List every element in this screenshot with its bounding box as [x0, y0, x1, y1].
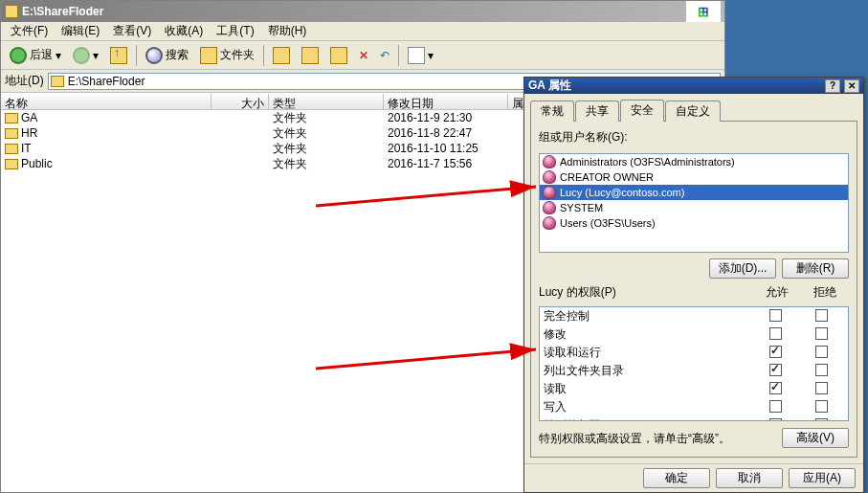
up-icon	[110, 47, 127, 64]
generic-icon	[273, 47, 290, 64]
file-date: 2016-11-8 22:47	[384, 126, 508, 140]
windows-flag-icon: ⊞	[686, 1, 721, 22]
folder-icon	[5, 128, 18, 139]
dropdown-icon: ▾	[93, 49, 99, 62]
folders-button[interactable]: 文件夹	[195, 44, 259, 67]
col-type[interactable]: 类型	[269, 94, 384, 109]
up-button[interactable]	[105, 44, 132, 67]
tab-共享[interactable]: 共享	[575, 101, 619, 122]
forward-button[interactable]: ▾	[68, 44, 103, 67]
perm-name: 修改	[544, 326, 752, 343]
file-type: 文件夹	[269, 125, 384, 142]
toolbar-sep	[136, 45, 137, 66]
menu-fav[interactable]: 收藏(A)	[159, 21, 209, 41]
user-row[interactable]: SYSTEM	[540, 200, 848, 215]
file-date: 2016-11-7 15:56	[384, 157, 508, 170]
file-date: 2016-11-9 21:30	[384, 111, 508, 124]
allow-checkbox[interactable]	[769, 400, 782, 413]
close-button[interactable]: ✕	[844, 79, 859, 93]
file-date: 2016-11-10 11:25	[384, 142, 508, 155]
dialog-title: GA 属性	[528, 78, 571, 94]
folders-label: 文件夹	[220, 47, 255, 63]
perm-row: 修改	[540, 325, 848, 344]
file-name: Public	[21, 157, 53, 170]
tb-undo[interactable]: ↶	[375, 46, 394, 65]
dialog-buttons: 确定 取消 应用(A)	[524, 463, 863, 492]
add-button[interactable]: 添加(D)...	[709, 258, 776, 279]
deny-checkbox[interactable]	[815, 346, 828, 358]
forward-icon	[73, 47, 90, 64]
perm-row: 读取和运行	[540, 344, 848, 362]
tb-icon-2[interactable]	[297, 44, 323, 67]
search-icon	[145, 47, 163, 64]
toolbar-sep	[398, 45, 399, 66]
perm-name: 读取和运行	[544, 345, 752, 361]
menu-tools[interactable]: 工具(T)	[211, 21, 259, 41]
tab-strip: 常规共享安全自定义	[530, 101, 857, 122]
allow-checkbox[interactable]	[769, 327, 782, 340]
ok-button[interactable]: 确定	[643, 468, 710, 488]
explorer-titlebar: E:\ShareFloder ⊞	[1, 1, 724, 22]
tb-icon-3[interactable]	[325, 44, 352, 67]
dropdown-icon: ▾	[56, 49, 61, 62]
folder-icon	[5, 113, 18, 123]
remove-button[interactable]: 删除(R)	[782, 258, 849, 279]
deny-checkbox[interactable]	[815, 327, 828, 340]
user-name: Lucy (Lucy@contoso.com)	[560, 187, 684, 198]
menu-help[interactable]: 帮助(H)	[262, 21, 313, 41]
allow-checkbox[interactable]	[769, 346, 782, 358]
file-type: 文件夹	[269, 110, 384, 126]
menu-file[interactable]: 文件(F)	[5, 21, 54, 41]
user-row[interactable]: CREATOR OWNER	[540, 169, 848, 185]
menu-view[interactable]: 查看(V)	[107, 21, 157, 41]
deny-checkbox[interactable]	[815, 364, 828, 376]
help-button[interactable]: ?	[825, 79, 840, 93]
menu-bar: 文件(F) 编辑(E) 查看(V) 收藏(A) 工具(T) 帮助(H)	[1, 22, 724, 41]
user-name: SYSTEM	[560, 202, 603, 213]
apply-button[interactable]: 应用(A)	[789, 468, 856, 488]
cancel-button[interactable]: 取消	[716, 468, 783, 488]
user-icon	[543, 186, 556, 199]
col-name[interactable]: 名称	[1, 94, 211, 109]
folders-icon	[200, 47, 217, 64]
window-title: E:\ShareFloder	[22, 5, 103, 18]
user-row[interactable]: Lucy (Lucy@contoso.com)	[540, 185, 848, 200]
tab-安全[interactable]: 安全	[620, 100, 664, 122]
dropdown-icon: ▾	[428, 49, 434, 62]
deny-checkbox[interactable]	[815, 400, 828, 413]
search-label: 搜索	[166, 47, 189, 63]
views-button[interactable]: ▾	[403, 44, 438, 67]
search-button[interactable]: 搜索	[141, 44, 193, 67]
user-list[interactable]: Administrators (O3FS\Administrators)CREA…	[539, 153, 849, 253]
tab-常规[interactable]: 常规	[530, 101, 574, 122]
file-name: GA	[21, 111, 37, 124]
perm-row: 读取	[540, 380, 848, 398]
folder-icon	[5, 5, 18, 18]
advanced-button[interactable]: 高级(V)	[782, 428, 849, 448]
col-size[interactable]: 大小	[211, 94, 269, 109]
col-deny: 拒绝	[801, 284, 849, 301]
address-label: 地址(D)	[5, 73, 44, 89]
allow-checkbox[interactable]	[769, 418, 782, 422]
tb-delete[interactable]: ✕	[354, 46, 373, 65]
tab-自定义[interactable]: 自定义	[665, 101, 721, 122]
menu-edit[interactable]: 编辑(E)	[56, 21, 105, 41]
allow-checkbox[interactable]	[769, 309, 782, 322]
permission-list[interactable]: 完全控制修改读取和运行列出文件夹目录读取写入特别的权限	[539, 306, 849, 421]
deny-checkbox[interactable]	[815, 309, 828, 322]
tb-icon-1[interactable]	[268, 44, 295, 67]
dialog-body: 常规共享安全自定义 组或用户名称(G): Administrators (O3F…	[524, 94, 863, 463]
back-button[interactable]: 后退 ▾	[5, 44, 66, 67]
user-row[interactable]: Administrators (O3FS\Administrators)	[540, 154, 848, 169]
deny-checkbox[interactable]	[815, 382, 828, 394]
allow-checkbox[interactable]	[769, 382, 782, 394]
col-date[interactable]: 修改日期	[384, 94, 508, 109]
user-name: CREATOR OWNER	[560, 171, 654, 183]
allow-checkbox[interactable]	[769, 364, 782, 376]
user-icon	[543, 216, 556, 230]
perm-row: 写入	[540, 398, 848, 416]
users-label: 组或用户名称(G):	[539, 129, 849, 146]
user-row[interactable]: Users (O3FS\Users)	[540, 215, 848, 231]
deny-checkbox[interactable]	[815, 418, 828, 422]
address-value: E:\ShareFloder	[68, 75, 145, 88]
